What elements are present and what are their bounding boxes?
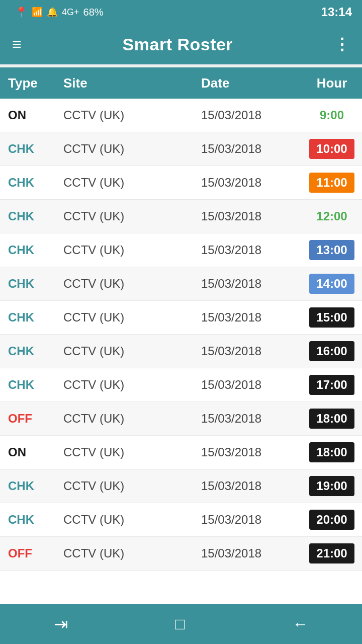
- table-row[interactable]: CHK CCTV (UK) 15/03/2018 19:00: [0, 469, 362, 503]
- cell-site: CCTV (UK): [63, 243, 201, 257]
- hour-badge: 14:00: [309, 274, 354, 294]
- hour-badge: 16:00: [309, 341, 354, 361]
- table-row[interactable]: CHK CCTV (UK) 15/03/2018 17:00: [0, 368, 362, 402]
- cell-date: 15/03/2018: [201, 445, 302, 459]
- cell-site: CCTV (UK): [63, 310, 201, 325]
- cell-date: 15/03/2018: [201, 142, 302, 156]
- cell-type: OFF: [8, 412, 63, 426]
- header-date: Date: [201, 75, 302, 91]
- table-row[interactable]: CHK CCTV (UK) 15/03/2018 13:00: [0, 233, 362, 267]
- cell-site: CCTV (UK): [63, 412, 201, 426]
- battery-text: 68%: [83, 7, 104, 18]
- bottom-nav: ⇥ □ ←: [0, 604, 362, 644]
- cell-site: CCTV (UK): [63, 209, 201, 223]
- table-row[interactable]: ON CCTV (UK) 15/03/2018 9:00: [0, 99, 362, 132]
- cell-hour: 11:00: [302, 173, 362, 193]
- cell-site: CCTV (UK): [63, 344, 201, 358]
- table-row[interactable]: CHK CCTV (UK) 15/03/2018 15:00: [0, 301, 362, 335]
- table-row[interactable]: CHK CCTV (UK) 15/03/2018 20:00: [0, 503, 362, 537]
- cell-type: ON: [8, 108, 63, 122]
- header-hour: Hour: [302, 75, 362, 91]
- status-icons: 📍 📶 🔔 4G+ 68%: [15, 6, 104, 18]
- cell-type: CHK: [8, 209, 63, 223]
- table-row[interactable]: OFF CCTV (UK) 15/03/2018 18:00: [0, 402, 362, 436]
- cell-type: CHK: [8, 513, 63, 527]
- table-row[interactable]: CHK CCTV (UK) 15/03/2018 12:00: [0, 200, 362, 233]
- cell-site: CCTV (UK): [63, 142, 201, 156]
- home-icon[interactable]: □: [175, 615, 185, 633]
- cell-type: CHK: [8, 344, 63, 358]
- cell-date: 15/03/2018: [201, 546, 302, 560]
- cell-date: 15/03/2018: [201, 176, 302, 190]
- cell-hour: 18:00: [302, 442, 362, 462]
- recent-apps-icon[interactable]: ⇥: [54, 614, 68, 634]
- cell-hour: 9:00: [302, 105, 362, 125]
- cell-date: 15/03/2018: [201, 243, 302, 257]
- cell-site: CCTV (UK): [63, 176, 201, 190]
- table-row[interactable]: CHK CCTV (UK) 15/03/2018 14:00: [0, 267, 362, 301]
- cell-type: CHK: [8, 142, 63, 156]
- table-row[interactable]: CHK CCTV (UK) 15/03/2018 11:00: [0, 166, 362, 200]
- cell-hour: 21:00: [302, 543, 362, 564]
- cell-type: CHK: [8, 378, 63, 392]
- status-bar: 📍 📶 🔔 4G+ 68% 13:14: [0, 0, 362, 24]
- more-options-icon[interactable]: ⋮: [334, 35, 350, 54]
- hour-badge: 9:00: [309, 105, 354, 125]
- cell-site: CCTV (UK): [63, 513, 201, 527]
- cell-type: CHK: [8, 176, 63, 190]
- header-type: Type: [8, 75, 63, 91]
- table-row[interactable]: CHK CCTV (UK) 15/03/2018 16:00: [0, 335, 362, 368]
- back-icon[interactable]: ←: [292, 615, 308, 633]
- cell-date: 15/03/2018: [201, 310, 302, 325]
- status-time: 13:14: [321, 5, 352, 19]
- cell-date: 15/03/2018: [201, 209, 302, 223]
- app-bar: ≡ Smart Roster ⋮: [0, 24, 362, 64]
- hour-badge: 11:00: [309, 173, 354, 193]
- cell-hour: 10:00: [302, 139, 362, 159]
- table-row[interactable]: OFF CCTV (UK) 15/03/2018 21:00: [0, 537, 362, 571]
- cell-site: CCTV (UK): [63, 277, 201, 291]
- cell-hour: 12:00: [302, 206, 362, 226]
- cell-date: 15/03/2018: [201, 378, 302, 392]
- cell-date: 15/03/2018: [201, 277, 302, 291]
- app-bar-title: Smart Roster: [123, 35, 233, 54]
- cell-site: CCTV (UK): [63, 108, 201, 122]
- cell-date: 15/03/2018: [201, 479, 302, 493]
- hour-badge: 21:00: [309, 543, 354, 564]
- hour-badge: 12:00: [309, 206, 354, 226]
- hour-badge: 13:00: [309, 240, 354, 260]
- cell-site: CCTV (UK): [63, 546, 201, 560]
- cell-hour: 17:00: [302, 375, 362, 395]
- cell-date: 15/03/2018: [201, 412, 302, 426]
- cell-site: CCTV (UK): [63, 479, 201, 493]
- notification-icon: 🔔: [47, 7, 58, 18]
- cell-date: 15/03/2018: [201, 344, 302, 358]
- cell-date: 15/03/2018: [201, 108, 302, 122]
- hour-badge: 18:00: [309, 442, 354, 462]
- cell-hour: 20:00: [302, 510, 362, 530]
- hour-badge: 15:00: [309, 307, 354, 328]
- hour-badge: 19:00: [309, 476, 354, 496]
- hour-badge: 18:00: [309, 409, 354, 429]
- cell-site: CCTV (UK): [63, 378, 201, 392]
- table-row[interactable]: ON CCTV (UK) 15/03/2018 18:00: [0, 436, 362, 469]
- cell-site: CCTV (UK): [63, 445, 201, 459]
- hour-badge: 17:00: [309, 375, 354, 395]
- cell-hour: 18:00: [302, 409, 362, 429]
- bluetooth-icon: 📶: [32, 7, 43, 18]
- hour-badge: 10:00: [309, 139, 354, 159]
- cell-type: CHK: [8, 479, 63, 493]
- header-site: Site: [63, 75, 201, 91]
- cell-hour: 16:00: [302, 341, 362, 361]
- table-row[interactable]: CHK CCTV (UK) 15/03/2018 10:00: [0, 132, 362, 166]
- cell-type: CHK: [8, 310, 63, 325]
- cell-type: CHK: [8, 277, 63, 291]
- table-body: ON CCTV (UK) 15/03/2018 9:00 CHK CCTV (U…: [0, 99, 362, 571]
- hamburger-icon[interactable]: ≡: [12, 36, 22, 52]
- cell-type: CHK: [8, 243, 63, 257]
- table-header: Type Site Date Hour: [0, 67, 362, 99]
- cell-date: 15/03/2018: [201, 513, 302, 527]
- cell-hour: 13:00: [302, 240, 362, 260]
- cell-type: OFF: [8, 546, 63, 560]
- cell-hour: 19:00: [302, 476, 362, 496]
